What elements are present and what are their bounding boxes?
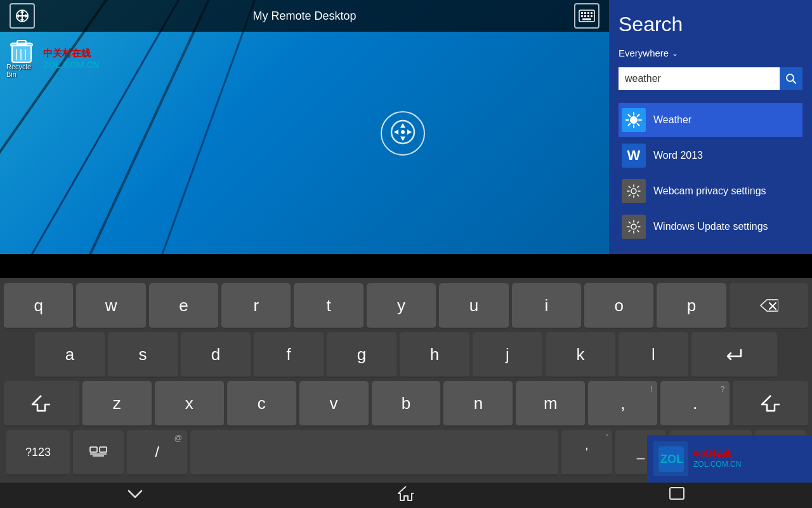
home-button[interactable] [397,485,415,505]
svg-rect-16 [582,18,591,20]
svg-point-34 [631,189,636,194]
search-scope-dropdown[interactable]: Everywhere ⌄ [619,48,802,58]
weather-app-icon [622,108,646,132]
key-backspace[interactable] [730,283,808,329]
search-result-webcam[interactable]: Webcam privacy settings [619,174,802,208]
search-result-weather[interactable]: Weather [619,103,802,137]
svg-point-22 [401,130,405,134]
winupdate-result-label: Windows Update settings [653,221,768,232]
search-input[interactable] [619,67,780,90]
search-button[interactable] [780,67,802,90]
key-x[interactable]: x [155,381,224,427]
key-space[interactable] [190,430,558,476]
keyboard-row-2: a s d f g h j k l [4,332,808,378]
winupdate-settings-icon [622,215,646,239]
key-layout[interactable] [73,430,124,476]
svg-text:ZOL: ZOL [660,453,683,465]
remote-desktop-topbar: My Remote Desktop [0,0,609,32]
key-r[interactable]: r [221,283,291,329]
key-g[interactable]: g [327,332,396,378]
search-result-winupdate[interactable]: Windows Update settings [619,210,802,244]
search-input-row [619,67,802,90]
zol-domain-text: ZOL.COM.CN [693,460,741,469]
key-u[interactable]: u [439,283,508,329]
svg-line-30 [629,115,631,117]
svg-point-25 [630,116,638,124]
search-panel: Search Everywhere ⌄ [609,0,812,254]
key-z[interactable]: z [82,381,152,427]
svg-rect-42 [670,488,684,499]
key-o[interactable]: o [584,283,653,329]
svg-marker-18 [400,123,405,128]
chevron-down-icon: ⌄ [672,49,678,58]
key-w[interactable]: w [76,283,145,329]
key-a[interactable]: a [35,332,105,378]
svg-rect-38 [90,447,97,452]
key-apostrophe[interactable]: ' " [561,430,612,476]
webcam-settings-icon [622,179,646,203]
key-t[interactable]: t [294,283,363,329]
key-f[interactable]: f [254,332,324,378]
key-h[interactable]: h [400,332,469,378]
svg-rect-39 [100,447,107,452]
keyboard-row-3: z x c v b n m , ! . ? [4,381,808,427]
key-q[interactable]: q [4,283,73,329]
recent-apps-button[interactable] [668,486,686,504]
svg-rect-9 [584,12,586,14]
key-p[interactable]: p [657,283,726,329]
zol-logo-sim: 中关村在线 ZOL.COM.CN [693,449,741,469]
zol-chinese-text: 中关村在线 [693,449,741,460]
word2013-app-icon: W [622,144,646,168]
bottom-nav-bar [0,483,812,508]
svg-line-33 [638,115,639,117]
svg-rect-14 [587,15,589,17]
key-num[interactable]: ?123 [6,430,70,476]
key-n[interactable]: n [443,381,513,427]
move-cursor[interactable] [381,111,425,156]
key-v[interactable]: v [299,381,369,427]
svg-line-31 [638,124,639,126]
key-e[interactable]: e [149,283,218,329]
svg-rect-8 [581,12,583,14]
key-period[interactable]: . ? [660,381,730,427]
zol-icon: ZOL [653,441,688,476]
search-scope-label: Everywhere [619,48,669,58]
back-button[interactable] [126,486,144,505]
svg-line-24 [793,81,796,84]
key-comma[interactable]: , ! [588,381,657,427]
svg-rect-12 [581,15,583,17]
key-slash[interactable]: / @ [127,430,187,476]
remote-desktop-title: My Remote Desktop [252,10,356,23]
search-title: Search [619,13,802,36]
key-b[interactable]: b [372,381,441,427]
key-shift-left[interactable] [4,381,79,427]
key-l[interactable]: l [619,332,688,378]
recycle-bin-label: Recycle Bin [6,63,37,78]
svg-marker-20 [394,130,398,135]
key-j[interactable]: j [473,332,542,378]
zol-logo-text: 中关村在线 ZOL.COM.CN [43,48,100,70]
svg-point-35 [631,224,636,229]
svg-rect-13 [584,15,586,17]
nav-icon-button[interactable] [10,3,35,29]
key-m[interactable]: m [516,381,585,427]
key-enter[interactable] [691,332,777,378]
search-results: Weather W Word 2013 Webcam privacy setti… [619,103,802,244]
key-c[interactable]: c [227,381,296,427]
svg-marker-21 [407,130,412,135]
key-s[interactable]: s [108,332,178,378]
key-y[interactable]: y [367,283,436,329]
svg-line-32 [629,124,631,126]
search-result-word2013[interactable]: W Word 2013 [619,138,802,173]
key-shift-right[interactable] [733,381,808,427]
svg-rect-15 [591,15,593,17]
svg-rect-10 [587,12,589,14]
word2013-result-label: Word 2013 [653,150,703,161]
key-k[interactable]: k [546,332,615,378]
keyboard-row-1: q w e r t y u i o p [4,283,808,329]
key-i[interactable]: i [512,283,581,329]
zol-bottom-right-watermark: ZOL 中关村在线 ZOL.COM.CN [647,435,812,483]
remote-desktop-area[interactable]: Recycle Bin 中关村在线 ZOL.COM.CN [0,0,609,254]
key-d[interactable]: d [181,332,251,378]
keyboard-toggle-button[interactable] [574,3,599,29]
